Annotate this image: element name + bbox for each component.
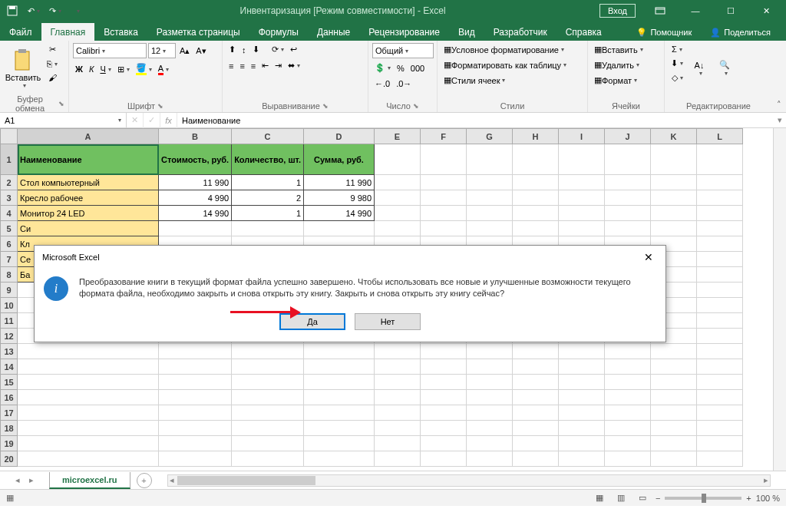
launcher-icon[interactable]: ⬊ [58,100,64,107]
cut-button[interactable]: ✂ [45,43,60,56]
cell[interactable] [232,390,304,405]
cell[interactable]: Си [18,221,159,236]
cell[interactable] [513,175,559,190]
cell[interactable] [559,206,605,221]
font-size-combo[interactable]: 12▾ [148,43,176,58]
cell[interactable] [304,221,375,236]
fx-icon[interactable]: fx [160,113,177,128]
cell[interactable]: 9 980 [304,190,375,206]
tab-prev-icon[interactable]: ◂ [15,475,20,485]
conditional-formatting-button[interactable]: ▦ Условное форматирование▾ [441,43,583,56]
cell[interactable] [559,436,605,451]
cell[interactable] [421,436,467,451]
row-header[interactable]: 15 [1,375,18,390]
login-button[interactable]: Вход [599,4,636,18]
launcher-icon[interactable]: ⬊ [157,102,163,110]
cell[interactable]: 11 990 [159,175,232,190]
format-cells-button[interactable]: ▦ Формат▾ [592,74,660,87]
cell[interactable] [421,190,467,206]
cell[interactable] [467,344,513,359]
cell[interactable] [605,206,651,221]
sheet-tab[interactable]: microexcel.ru [49,472,130,489]
cell[interactable] [559,221,605,236]
cell[interactable] [467,390,513,405]
number-format-combo[interactable]: Общий▾ [372,43,434,58]
share-button[interactable]: 👤Поделиться [701,23,780,41]
cell[interactable] [375,405,421,421]
cell[interactable] [697,329,743,344]
cell[interactable] [513,375,559,390]
column-header[interactable]: B [159,129,232,144]
row-header[interactable]: 16 [1,390,18,405]
cell[interactable] [513,144,559,175]
row-header[interactable]: 2 [1,175,18,190]
cell[interactable] [232,451,304,467]
qat-customize-icon[interactable]: ▾ [68,2,86,20]
cell[interactable] [304,375,375,390]
row-header[interactable]: 14 [1,359,18,375]
page-break-view-icon[interactable]: ▭ [634,491,651,505]
cell[interactable] [304,405,375,421]
italic-button[interactable]: К [87,63,96,75]
cell[interactable]: 14 990 [159,206,232,221]
cell[interactable] [421,375,467,390]
cell[interactable] [651,451,697,467]
row-header[interactable]: 1 [1,144,18,175]
cell[interactable] [18,390,159,405]
cell[interactable] [605,421,651,436]
delete-cells-button[interactable]: ▦ Удалить▾ [592,58,660,71]
row-header[interactable]: 13 [1,344,18,359]
tab-layout[interactable]: Разметка страницы [147,23,249,41]
tab-formulas[interactable]: Формулы [249,23,308,41]
cell[interactable] [697,236,743,252]
percent-button[interactable]: % [395,62,407,74]
dialog-no-button[interactable]: Нет [355,313,421,330]
cell[interactable] [304,390,375,405]
cell[interactable] [304,344,375,359]
close-icon[interactable]: ✕ [749,1,783,21]
cell[interactable] [421,144,467,175]
cell[interactable]: Монитор 24 LED [18,206,159,221]
cell[interactable] [605,144,651,175]
row-header[interactable]: 4 [1,206,18,221]
row-header[interactable]: 10 [1,298,18,313]
minimize-icon[interactable]: — [679,1,712,21]
cell[interactable] [605,190,651,206]
cell[interactable] [304,436,375,451]
paste-button[interactable]: Вставить▾ [4,43,42,94]
cell[interactable] [18,451,159,467]
cell[interactable] [159,405,232,421]
cell[interactable] [18,344,159,359]
clear-button[interactable]: ◇▾ [669,71,685,84]
zoom-out-button[interactable]: − [656,494,660,503]
maximize-icon[interactable]: ☐ [714,1,748,21]
cell[interactable] [513,390,559,405]
dialog-close-button[interactable]: ✕ [639,248,658,266]
cell[interactable] [159,375,232,390]
cell[interactable] [651,436,697,451]
cell[interactable] [375,206,421,221]
cell[interactable] [304,359,375,375]
cell[interactable] [513,451,559,467]
cell[interactable]: 2 [232,190,304,206]
cell[interactable] [651,221,697,236]
column-header[interactable]: C [232,129,304,144]
find-select-button[interactable]: 🔍▾ [713,43,736,94]
cell[interactable] [513,206,559,221]
fill-color-button[interactable]: 🪣▾ [134,61,154,77]
cell[interactable] [421,221,467,236]
column-header[interactable]: F [421,129,467,144]
column-header[interactable]: K [651,129,697,144]
cell[interactable] [697,436,743,451]
select-all-corner[interactable] [1,129,18,144]
row-header[interactable]: 5 [1,221,18,236]
cell[interactable] [559,190,605,206]
tab-review[interactable]: Рецензирование [359,23,449,41]
cell[interactable] [605,221,651,236]
comma-button[interactable]: 000 [408,62,427,74]
cell[interactable] [467,451,513,467]
grow-font-button[interactable]: A▴ [177,45,192,58]
launcher-icon[interactable]: ⬊ [322,102,329,110]
borders-button[interactable]: ⊞▾ [115,63,132,76]
cell[interactable] [18,359,159,375]
